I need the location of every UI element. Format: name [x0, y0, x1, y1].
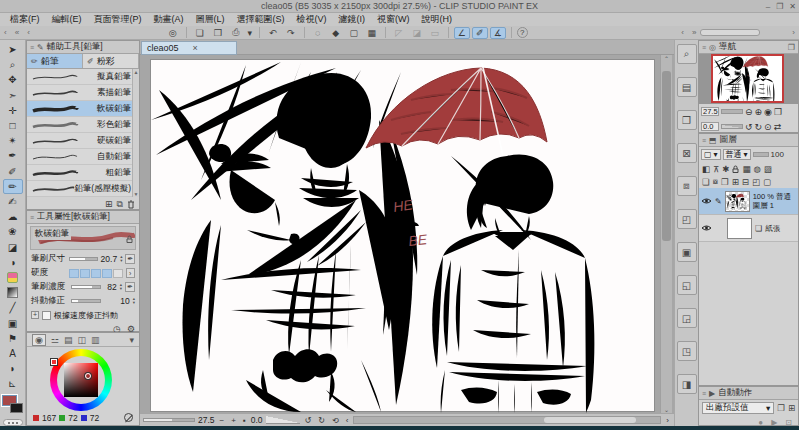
- color-slider-tab-icon[interactable]: ⚍: [51, 335, 59, 345]
- merge-layer-icon[interactable]: ◰: [752, 177, 760, 187]
- panel-handle-icon[interactable]: ≡: [702, 44, 706, 51]
- polyline-tool-icon[interactable]: ⚑: [3, 331, 23, 346]
- layer1-thumbnail[interactable]: [725, 191, 750, 212]
- redo-icon[interactable]: ↷: [283, 27, 299, 39]
- decoration-tool-icon[interactable]: ❀: [3, 224, 23, 239]
- hue-marker[interactable]: [51, 359, 57, 365]
- canvas-vscroll-thumb[interactable]: [662, 71, 671, 241]
- help-icon[interactable]: ?: [517, 27, 528, 38]
- panel-scroll-left-icon[interactable]: ‹: [0, 28, 11, 37]
- operation-tool-icon[interactable]: ➤: [3, 42, 23, 57]
- blend-tool-icon[interactable]: ◑: [3, 255, 23, 270]
- pen-tool-icon[interactable]: ✐: [3, 164, 23, 179]
- zoom-in-icon[interactable]: +: [229, 416, 238, 425]
- nav-rotate-left-icon[interactable]: ↺: [745, 122, 753, 132]
- brush-density-pressure-icon[interactable]: ✒: [125, 282, 135, 292]
- auto-select-tool-icon[interactable]: ✴: [3, 133, 23, 148]
- quick-access-palette-icon[interactable]: ⌕: [677, 44, 697, 64]
- maximize-button[interactable]: ❐: [776, 2, 783, 11]
- document-tab[interactable]: cleao05 ×: [141, 41, 237, 55]
- close-button[interactable]: ✕: [789, 2, 796, 11]
- document-tab-close-icon[interactable]: ×: [193, 43, 198, 53]
- blend-mode-select[interactable]: 普通▾: [723, 149, 751, 160]
- layer-thumbnail-select[interactable]: ▢▾: [701, 149, 721, 160]
- navigator-zoom-value[interactable]: 27.5: [701, 107, 719, 116]
- material-history-palette-icon[interactable]: ◨: [677, 374, 697, 394]
- palette-color-icon[interactable]: ▨: [764, 164, 772, 174]
- tab-pastel[interactable]: ✐粉彩: [83, 54, 139, 68]
- menu-help[interactable]: 說明(H): [416, 13, 459, 26]
- toolbar-expand-icon[interactable]: »: [688, 28, 700, 37]
- navigator-preview[interactable]: [699, 54, 798, 104]
- zoom-out-icon[interactable]: −: [218, 416, 227, 425]
- brush-row-hard-charcoal-pencil[interactable]: 硬碳鉛筆: [27, 133, 139, 149]
- hardness-segments[interactable]: [69, 269, 123, 278]
- reference-layer-icon[interactable]: ✱: [722, 164, 729, 174]
- brush-row-realistic-pencil[interactable]: 擬真鉛筆: [27, 69, 139, 85]
- lock-icon[interactable]: [126, 235, 133, 243]
- material-download-palette-icon[interactable]: ◳: [677, 341, 697, 361]
- material-manga-palette-icon[interactable]: ⧈: [677, 176, 697, 196]
- hscroll-right-icon[interactable]: ›: [664, 416, 671, 425]
- hardness-expand-icon[interactable]: ›: [126, 268, 135, 278]
- draft-layer-icon[interactable]: ◍: [753, 164, 760, 174]
- rotate-right-icon[interactable]: ↻: [316, 416, 327, 425]
- nav-zoom-in-icon[interactable]: ⊕: [755, 107, 763, 117]
- clear-icon[interactable]: ◌: [310, 27, 326, 39]
- stabilization-slider[interactable]: [71, 299, 101, 303]
- menu-view[interactable]: 檢視(V): [291, 13, 333, 26]
- layer-row-paper[interactable]: ❏ 紙張: [699, 215, 798, 242]
- new-vector-layer-icon[interactable]: ⧇: [713, 176, 718, 187]
- lock-transparent-icon[interactable]: ▦: [742, 164, 750, 174]
- brush-row-colored-pencil[interactable]: 彩色鉛筆: [27, 117, 139, 133]
- add-subtool-icon[interactable]: ⊞: [105, 199, 113, 209]
- brush-row-sketch-pencil[interactable]: 素描鉛筆: [27, 85, 139, 101]
- nav-fit-icon[interactable]: ❐: [774, 107, 782, 117]
- delete-subtool-icon[interactable]: [127, 200, 135, 209]
- duplicate-subtool-icon[interactable]: ⧉: [117, 199, 123, 210]
- undo-icon[interactable]: ↶: [265, 27, 281, 39]
- intermediate-color-tab-icon[interactable]: ◫: [77, 335, 86, 345]
- new-file-icon[interactable]: ❏: [192, 27, 208, 39]
- canvas-horizontal-scrollbar[interactable]: [353, 416, 661, 424]
- balloon-tool-icon[interactable]: ◗: [3, 361, 23, 376]
- menu-window[interactable]: 視窗(W): [371, 13, 416, 26]
- layer1-visibility-eye-icon[interactable]: [701, 197, 712, 205]
- layer1-name[interactable]: 圖層 1: [753, 201, 774, 210]
- clip-studio-logo-icon[interactable]: ◎: [165, 27, 181, 39]
- panel-handle-icon[interactable]: ≡: [30, 214, 34, 221]
- saturation-value-square[interactable]: [64, 363, 98, 397]
- mask-icon[interactable]: ⊼: [713, 164, 719, 174]
- snap-ruler-icon[interactable]: ∠: [454, 27, 470, 39]
- layer-row-1[interactable]: ✎ 100 % 普通 圖層 1: [699, 188, 798, 215]
- brush-density-slider[interactable]: [71, 285, 101, 289]
- brush-row-thick-pencil[interactable]: 粗鉛筆: [27, 165, 139, 181]
- menu-filter[interactable]: 濾鏡(I): [333, 13, 372, 26]
- material-3d-palette-icon[interactable]: ▣: [677, 242, 697, 262]
- drawing-canvas[interactable]: [150, 59, 655, 412]
- brush-size-pressure-icon[interactable]: ✒: [125, 254, 135, 264]
- tab-pencil[interactable]: ✏鉛筆: [27, 54, 83, 68]
- fill-bucket-tool-icon[interactable]: [3, 270, 23, 285]
- ruler-tool-icon[interactable]: ⊾: [3, 376, 23, 391]
- menu-file[interactable]: 檔案(F): [4, 13, 46, 26]
- auto-action-list-icon[interactable]: ❐: [777, 403, 785, 413]
- panel-handle-icon[interactable]: ≡: [30, 44, 34, 51]
- open-file-icon[interactable]: ❒: [210, 27, 226, 39]
- nav-reset-icon[interactable]: ⊙: [764, 122, 772, 132]
- scale-rotate-icon[interactable]: ▢: [346, 27, 362, 39]
- navigator-extra-tab-icon[interactable]: ❐: [788, 43, 795, 52]
- brush-density-stepper[interactable]: ▴▾: [120, 283, 122, 291]
- brush-row-soft-charcoal-pencil[interactable]: 軟碳鉛筆: [27, 101, 139, 117]
- combine-layer-icon[interactable]: ⊟: [742, 177, 749, 187]
- approx-color-tab-icon[interactable]: ▥: [91, 335, 100, 345]
- brush-size-slider[interactable]: [69, 257, 98, 261]
- nav-rotate-right-icon[interactable]: ↻: [755, 122, 763, 132]
- object-tool-icon[interactable]: ➣: [3, 88, 23, 103]
- panel-handle-icon[interactable]: ≡: [702, 137, 706, 144]
- toolbar-scroll-left-icon[interactable]: ‹: [677, 28, 688, 37]
- airbrush-tool-icon[interactable]: ☁: [3, 209, 23, 224]
- crop-icon[interactable]: ▦: [364, 27, 380, 39]
- menu-layer[interactable]: 圖層(L): [190, 13, 231, 26]
- color-set-tab-icon[interactable]: ▤: [64, 335, 73, 345]
